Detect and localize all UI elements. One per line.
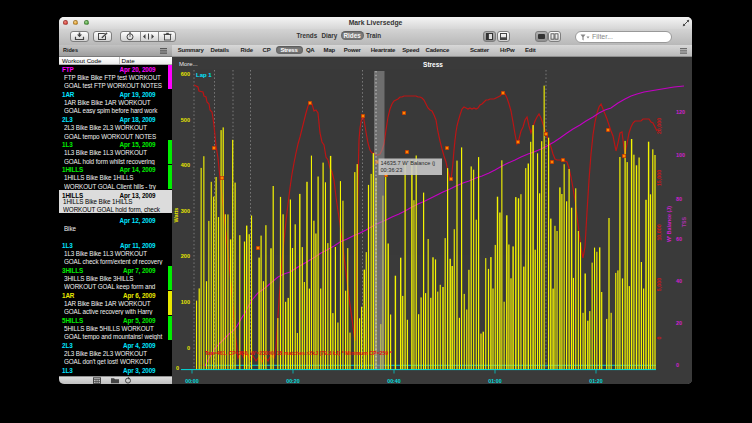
svg-text:TSS: TSS bbox=[681, 216, 687, 227]
svg-text:0: 0 bbox=[676, 361, 679, 367]
svg-text:W' Balance (J): W' Balance (J) bbox=[666, 205, 672, 241]
svg-text:14635.7 W' Balance (j: 14635.7 W' Balance (j bbox=[381, 160, 436, 166]
svg-text:0: 0 bbox=[656, 336, 662, 339]
svg-text:40: 40 bbox=[676, 278, 682, 284]
svg-text:Tau=461, CP=286, W'=23000, 18: Tau=461, CP=286, W'=23000, 18 matches >2… bbox=[205, 350, 393, 356]
svg-text:00:36:23: 00:36:23 bbox=[381, 167, 403, 173]
svg-text:00:40: 00:40 bbox=[387, 378, 401, 384]
svg-text:100: 100 bbox=[181, 298, 190, 304]
svg-text:Watts: Watts bbox=[173, 207, 179, 222]
svg-text:00:00: 00:00 bbox=[185, 378, 199, 384]
svg-text:400: 400 bbox=[181, 162, 190, 168]
svg-text:15,000: 15,000 bbox=[656, 169, 662, 185]
svg-text:Lap 1: Lap 1 bbox=[196, 72, 212, 78]
svg-text:00:20: 00:20 bbox=[286, 378, 300, 384]
svg-text:80: 80 bbox=[676, 195, 682, 201]
svg-text:120: 120 bbox=[676, 109, 685, 115]
svg-text:01:00: 01:00 bbox=[488, 378, 502, 384]
svg-text:5,000: 5,000 bbox=[656, 277, 662, 290]
svg-text:600: 600 bbox=[181, 70, 190, 76]
svg-text:100: 100 bbox=[676, 152, 685, 158]
svg-text:20,000: 20,000 bbox=[656, 117, 662, 133]
svg-text:01:20: 01:20 bbox=[589, 378, 603, 384]
svg-text:0: 0 bbox=[176, 364, 179, 370]
svg-text:More...: More... bbox=[179, 60, 198, 66]
svg-text:0: 0 bbox=[187, 344, 190, 350]
svg-text:500: 500 bbox=[181, 116, 190, 122]
svg-text:300: 300 bbox=[181, 207, 190, 213]
svg-text:60: 60 bbox=[676, 236, 682, 242]
svg-text:200: 200 bbox=[181, 253, 190, 259]
svg-text:20: 20 bbox=[676, 320, 682, 326]
svg-text:Stress: Stress bbox=[423, 60, 443, 67]
svg-text:10,000: 10,000 bbox=[656, 224, 662, 240]
